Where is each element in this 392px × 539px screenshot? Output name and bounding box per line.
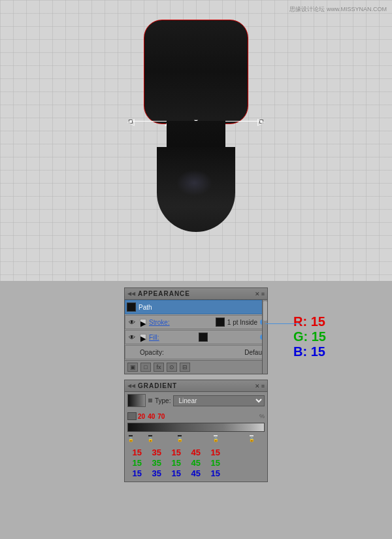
opacity-row: Opacity: Default <box>125 345 267 359</box>
appearance-scrollbar[interactable] <box>262 300 267 374</box>
color-values-grid: 15 35 15 45 15 15 35 15 45 15 15 35 15 4… <box>125 446 267 482</box>
pct-70: 70 <box>157 413 165 420</box>
fill-row: 👁 ▶ Fill: <box>125 330 267 344</box>
watermark: 思缘设计论坛 www.MISSYNAN.COM <box>289 5 387 14</box>
grad-stop-3[interactable]: 🔒 <box>212 434 219 442</box>
fill-expand-icon[interactable]: ▶ <box>140 334 146 340</box>
gradient-close-icon[interactable]: ✕ <box>255 383 260 389</box>
appearance-title: APPEARANCE <box>138 290 190 297</box>
red-val-0: 15 <box>127 448 142 457</box>
stop-marker-1 <box>148 434 153 437</box>
footer-icon-2[interactable]: □ <box>140 363 151 372</box>
percent-icon <box>127 412 137 420</box>
stroke-label[interactable]: Stroke: <box>149 319 213 326</box>
stroke-row: 👁 ▶ Stroke: 1 pt Inside <box>125 315 267 329</box>
type-label: Type: <box>155 397 171 404</box>
green-val-3: 45 <box>186 458 201 468</box>
gradient-menu-icon[interactable]: ≡ <box>261 383 265 389</box>
gradient-bar[interactable] <box>127 423 265 432</box>
stroke-value: 1 pt Inside <box>227 319 257 326</box>
gradient-preview <box>127 394 146 407</box>
panels-area: ◀◀ APPEARANCE ✕ ≡ Path 👁 ▶ Stroke: 1 pt … <box>0 281 392 539</box>
path-icon <box>127 302 136 312</box>
gradient-panel: ◀◀ GRADIENT ✕ ≡ Type: Linear Radial 20 <box>124 380 268 482</box>
fill-label[interactable]: Fill: <box>149 334 196 341</box>
lock-icon-4: 🔒 <box>249 437 255 442</box>
stroke-expand-icon[interactable]: ▶ <box>140 319 146 325</box>
rgb-b-value: B: 15 <box>293 344 326 359</box>
lock-icon-3: 🔒 <box>213 437 219 442</box>
green-val-1: 35 <box>147 458 161 468</box>
stop-marker-4 <box>249 434 254 437</box>
red-val-3: 45 <box>186 448 201 457</box>
path-label: Path <box>139 304 265 311</box>
color-row-red: 15 35 15 45 15 <box>127 448 265 457</box>
gradient-arrow-icon <box>148 399 152 402</box>
charger-body <box>144 20 248 124</box>
connector-line <box>265 323 301 324</box>
opacity-label: Opacity: <box>140 349 242 356</box>
footer-icon-fx[interactable]: fx <box>154 363 164 372</box>
color-row-green: 15 35 15 45 15 <box>127 458 265 468</box>
appearance-panel: ◀◀ APPEARANCE ✕ ≡ Path 👁 ▶ Stroke: 1 pt … <box>124 287 268 374</box>
appearance-footer: ▣ □ fx ⊙ ⊟ <box>125 360 267 374</box>
grad-stop-0[interactable]: 🔒 <box>127 434 134 442</box>
gradient-panel-header: ◀◀ GRADIENT ✕ ≡ <box>125 380 267 392</box>
stop-marker-0 <box>128 434 133 437</box>
blue-val-3: 45 <box>186 468 201 478</box>
gradient-type-row: Type: Linear Radial <box>125 392 267 409</box>
canvas-area: 思缘设计论坛 www.MISSYNAN.COM ◁ ▷ <box>0 0 392 281</box>
blue-val-2: 15 <box>167 468 181 478</box>
appearance-scroll-thumb[interactable] <box>263 301 267 321</box>
red-val-2: 15 <box>167 448 181 457</box>
pct-numbers: 20 40 70 <box>138 413 258 420</box>
blue-val-1: 35 <box>147 468 161 478</box>
pct-suffix: % <box>259 413 265 419</box>
red-val-4: 15 <box>206 448 220 457</box>
pct-40: 40 <box>148 413 155 420</box>
grad-stop-4[interactable]: 🔒 <box>248 434 255 442</box>
gradient-percent-row: 20 40 70 % <box>127 411 265 421</box>
grad-stop-2[interactable]: 🔒 <box>176 434 183 442</box>
appearance-panel-header: ◀◀ APPEARANCE ✕ ≡ <box>125 288 267 300</box>
charger-illustration: ◁ ▷ <box>131 20 261 242</box>
blue-val-4: 15 <box>206 468 220 478</box>
arrow-right: ▷ <box>257 116 265 127</box>
plug-highlight <box>176 170 212 196</box>
gradient-stops-row: 🔒 🔒 🔒 🔒 🔒 <box>127 433 265 442</box>
fill-color-swatch[interactable] <box>199 333 208 342</box>
pct-20: 20 <box>138 413 145 420</box>
green-val-2: 15 <box>167 458 181 468</box>
lock-icon-0: 🔒 <box>128 437 134 442</box>
color-row-blue: 15 35 15 45 15 <box>127 468 265 478</box>
green-val-0: 15 <box>127 458 142 468</box>
gradient-dbl-arrow: ◀◀ <box>127 383 135 389</box>
rgb-g-value: G: 15 <box>293 329 326 344</box>
footer-icon-1[interactable]: ▣ <box>127 363 138 372</box>
type-select[interactable]: Linear Radial <box>173 395 265 406</box>
rgb-annotation: R: 15 G: 15 B: 15 <box>293 314 326 359</box>
stop-marker-2 <box>177 434 182 437</box>
blue-val-0: 15 <box>127 468 142 478</box>
footer-icon-copy[interactable]: ⊙ <box>167 363 177 372</box>
gradient-bar-container: 20 40 70 % 🔒 🔒 � <box>125 409 267 446</box>
lock-icon-1: 🔒 <box>148 437 154 442</box>
gradient-title: GRADIENT <box>138 382 177 389</box>
panel-menu[interactable]: ✕ ≡ <box>255 291 265 297</box>
stop-marker-3 <box>213 434 218 437</box>
panel-menu-icon[interactable]: ≡ <box>261 291 265 297</box>
green-val-4: 15 <box>206 458 220 468</box>
lock-icon-2: 🔒 <box>177 437 183 442</box>
arrow-left: ◁ <box>127 116 135 127</box>
rgb-r-value: R: 15 <box>293 314 326 329</box>
stroke-color-swatch[interactable] <box>216 318 225 327</box>
grad-stop-1[interactable]: 🔒 <box>147 434 154 442</box>
fill-eye-icon[interactable]: 👁 <box>127 332 137 342</box>
path-row: Path <box>125 300 267 314</box>
dbl-arrow-icon: ◀◀ <box>127 291 135 297</box>
gradient-panel-menu[interactable]: ✕ ≡ <box>255 383 265 389</box>
footer-icon-delete[interactable]: ⊟ <box>180 363 190 372</box>
red-val-1: 35 <box>147 448 161 457</box>
stroke-eye-icon[interactable]: 👁 <box>127 317 137 327</box>
panel-close-icon[interactable]: ✕ <box>255 291 260 297</box>
